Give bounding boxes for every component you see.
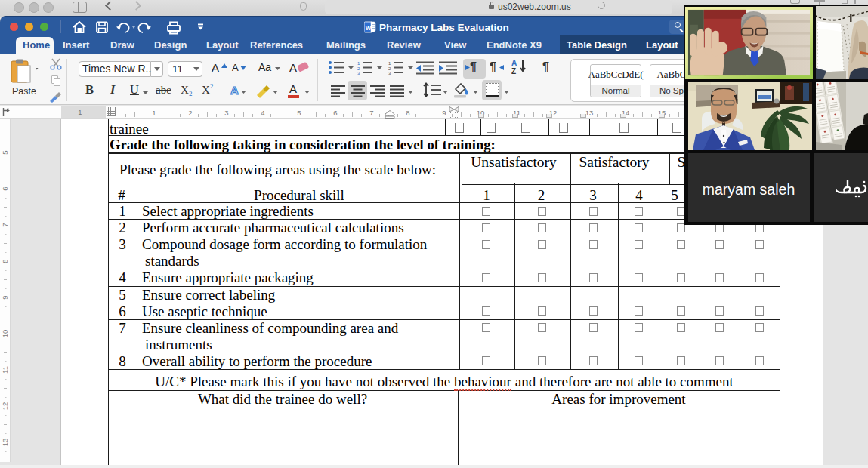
svg-text:8: 8 xyxy=(1,259,9,263)
svg-text:3: 3 xyxy=(357,71,360,75)
svg-text:5: 5 xyxy=(1,150,9,154)
svg-text:9: 9 xyxy=(1,295,9,299)
svg-text:7: 7 xyxy=(1,223,9,226)
svg-text:w: w xyxy=(365,24,372,32)
svg-text:6: 6 xyxy=(333,109,337,117)
svg-text:1: 1 xyxy=(388,61,391,66)
svg-text:5: 5 xyxy=(297,109,301,117)
svg-text:3: 3 xyxy=(224,109,228,117)
svg-text:3: 3 xyxy=(388,71,391,75)
svg-text:1: 1 xyxy=(152,109,156,117)
svg-text:6: 6 xyxy=(1,186,9,190)
svg-text:2: 2 xyxy=(388,66,391,71)
svg-text:9: 9 xyxy=(442,109,446,117)
svg-text:8: 8 xyxy=(406,109,409,117)
svg-text:13: 13 xyxy=(585,109,594,117)
svg-text:1: 1 xyxy=(357,61,360,66)
svg-text:13: 13 xyxy=(1,439,9,447)
svg-text:2: 2 xyxy=(357,66,360,71)
svg-text:10: 10 xyxy=(1,330,9,338)
svg-text:7: 7 xyxy=(369,109,373,117)
svg-text:2: 2 xyxy=(188,109,192,117)
svg-text:4: 4 xyxy=(261,109,264,117)
svg-text:11: 11 xyxy=(1,366,9,374)
svg-text:12: 12 xyxy=(1,402,9,411)
